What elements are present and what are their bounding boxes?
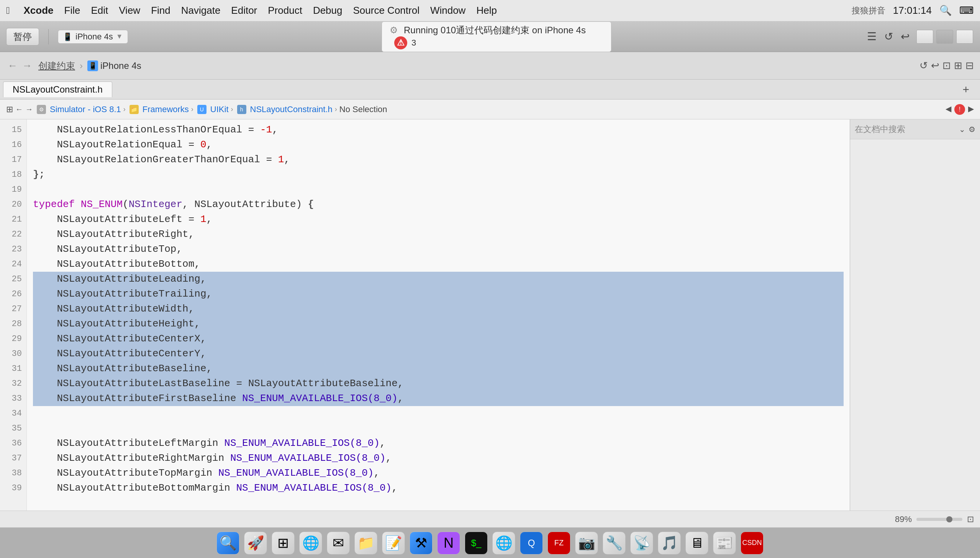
dock-launchpad[interactable]: 🚀 [244,532,267,555]
forward-button[interactable]: → [21,58,34,73]
error-indicator[interactable]: ! [954,104,965,115]
code-line[interactable] [33,421,843,436]
code-line[interactable]: typedef NS_ENUM(NSInteger, NSLayoutAttri… [33,197,843,212]
dock-mail[interactable]: ✉ [327,532,350,555]
toolbar-center: ⚙ Running 010通过代码创建约束 on iPhone 4s ⚠ 3 [134,21,859,52]
menubar-window[interactable]: Window [430,5,466,16]
menubar-find[interactable]: Find [151,5,170,16]
dock-app2[interactable]: 🔧 [603,532,626,555]
stop-button[interactable]: 暂停 [6,28,39,46]
code-line[interactable]: NSLayoutAttributeCenterX, [33,332,843,346]
scheme-selector[interactable]: 📱 iPhone 4s ▼ [58,30,128,44]
layout-btn2[interactable]: ⊞ [954,60,962,72]
code-line[interactable]: NSLayoutRelationLessThanOrEqual = -1, [33,123,843,138]
code-line[interactable]: NSLayoutAttributeTop, [33,242,843,257]
zoom-thumb[interactable] [946,516,952,522]
line-number: 37 [5,451,22,466]
dock-office[interactable]: N [437,532,460,555]
breadcrumb-simulator[interactable]: Simulator - iOS 8.1 [50,105,121,115]
breadcrumb-selection: No Selection [339,105,387,115]
keyboard-icon[interactable]: ⌨ [959,5,974,16]
refresh-icon[interactable]: ↺ [883,29,894,44]
code-line[interactable]: NSLayoutAttributeFirstBaseline NS_ENUM_A… [33,391,843,406]
menubar-edit[interactable]: Edit [91,5,108,16]
breadcrumb-uikit[interactable]: UIKit [210,105,229,115]
dock-app4[interactable]: 🎵 [658,532,681,555]
layout-triple-btn[interactable] [956,30,973,44]
code-line[interactable]: NSLayoutAttributeBottom, [33,257,843,272]
apple-menu[interactable]:  [6,5,10,16]
dock-terminal[interactable]: $_ [465,532,488,555]
menubar-editor[interactable]: Editor [231,5,257,16]
code-line[interactable]: NSLayoutAttributeLeading, [33,272,843,287]
nav-back-btn[interactable]: ← [15,105,23,114]
dock-finder[interactable]: 🔍 [216,532,239,555]
code-line[interactable]: NSLayoutAttributeTopMargin NS_ENUM_AVAIL… [33,466,843,481]
breadcrumb-project[interactable]: 创建约束 [38,60,75,72]
code-line[interactable]: NSLayoutAttributeHeight, [33,317,843,332]
dock-filezilla[interactable]: FZ [547,532,570,555]
search-icon[interactable]: 🔍 [939,5,952,16]
dock-chrome[interactable]: 🌐 [492,532,515,555]
menubar-help[interactable]: Help [476,5,496,16]
code-editor[interactable]: 1516171819202122232425262728293031323334… [0,120,850,510]
dock-qq[interactable]: Q [520,532,543,555]
menubar-product[interactable]: Product [268,5,302,16]
statusbar: 89% ⊡ [0,510,980,527]
code-line[interactable]: NSLayoutRelationGreaterThanOrEqual = 1, [33,152,843,167]
zoom-slider[interactable] [916,518,962,521]
code-line[interactable]: NSLayoutAttributeBaseline, [33,361,843,376]
code-line[interactable]: NSLayoutRelationEqual = 0, [33,138,843,152]
menubar-source-control[interactable]: Source Control [353,5,420,16]
code-line[interactable] [33,406,843,421]
status-text: ⚙ Running 010通过代码创建约束 on iPhone 4s ⚠ 3 [382,21,611,52]
menubar-debug[interactable]: Debug [313,5,343,16]
list-view-icon[interactable]: ☰ [865,29,878,44]
breadcrumb-frameworks[interactable]: Frameworks [143,105,189,115]
code-line[interactable]: NSLayoutAttributeRightMargin NS_ENUM_AVA… [33,451,843,466]
menubar-xcode[interactable]: Xcode [24,5,54,16]
panel-expand-btn[interactable]: ⌄ [959,125,965,134]
code-line[interactable]: NSLayoutAttributeTrailing, [33,287,843,302]
menubar-file[interactable]: File [64,5,81,16]
dock-app5[interactable]: 🖥 [685,532,708,555]
zoom-expand-icon[interactable]: ⊡ [967,514,974,524]
nav-right-btn[interactable]: ▶ [968,104,974,115]
layout-split-btn[interactable] [936,30,953,44]
dock-notes[interactable]: 📝 [382,532,405,555]
code-line[interactable]: NSLayoutAttributeRight, [33,227,843,242]
code-line[interactable]: NSLayoutAttributeLeftMargin NS_ENUM_AVAI… [33,436,843,451]
active-file-tab[interactable]: NSLayoutConstraint.h [3,82,112,97]
return-btn[interactable]: ↩ [931,60,939,72]
code-line[interactable]: NSLayoutAttributeLeft = 1, [33,212,843,227]
dock-csdn[interactable]: CSDN [741,532,764,555]
dock-app1[interactable]: 📷 [575,532,598,555]
menubar-navigate[interactable]: Navigate [181,5,221,16]
code-line[interactable] [33,182,843,197]
code-line[interactable]: NSLayoutAttributeBottomMargin NS_ENUM_AV… [33,481,843,496]
code-line[interactable]: NSLayoutAttributeLastBaseline = NSLayout… [33,376,843,391]
code-lines[interactable]: NSLayoutRelationLessThanOrEqual = -1, NS… [27,120,850,510]
layout-btn3[interactable]: ⊟ [965,60,974,72]
breadcrumb-sep: › [80,61,83,71]
dock-app3[interactable]: 📡 [630,532,653,555]
add-tab-button[interactable]: + [959,83,972,96]
dock-xcode[interactable]: ⚒ [410,532,433,555]
dock-safari[interactable]: 🌐 [299,532,322,555]
refresh-btn[interactable]: ↺ [919,60,928,72]
code-line[interactable]: NSLayoutAttributeCenterY, [33,346,843,361]
panel-settings-btn[interactable]: ⚙ [968,125,975,134]
return-icon[interactable]: ↩ [899,29,911,44]
dock-app6[interactable]: 📰 [713,532,736,555]
breadcrumb-filename[interactable]: NSLayoutConstraint.h [250,105,333,115]
nav-left-btn[interactable]: ◀ [945,104,951,115]
code-line[interactable]: NSLayoutAttributeWidth, [33,302,843,317]
menubar-view[interactable]: View [119,5,140,16]
back-button[interactable]: ← [6,58,19,73]
layout-btn1[interactable]: ⊡ [942,60,951,72]
layout-single-btn[interactable] [916,30,933,44]
nav-forward-btn[interactable]: → [25,105,33,114]
dock-mission[interactable]: ⊞ [272,532,295,555]
code-line[interactable]: }; [33,167,843,182]
dock-files[interactable]: 📁 [354,532,377,555]
